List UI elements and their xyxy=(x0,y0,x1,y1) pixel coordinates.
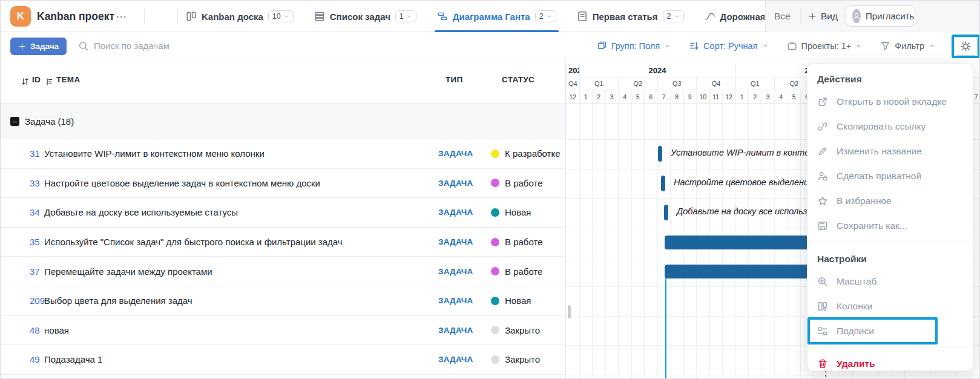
task-id[interactable]: 48 xyxy=(30,316,40,345)
settings-gear-button[interactable] xyxy=(954,37,978,56)
divider xyxy=(177,8,178,24)
task-title[interactable]: новая xyxy=(44,316,69,345)
tab-counter-badge[interactable]: 2 xyxy=(535,10,556,22)
table-row[interactable]: 33Настройте цветовое выделение задач в к… xyxy=(1,169,565,199)
tab-counter-badge[interactable]: 2 xyxy=(663,10,684,22)
menu-item-delete[interactable]: Удалить xyxy=(807,351,973,371)
table-row[interactable]: 49Подазадача 1ЗАДАЧАЗакрыто xyxy=(1,345,565,375)
tab-task-list[interactable]: Список задач1 xyxy=(314,1,416,32)
task-status: Закрыто xyxy=(491,316,540,345)
menu-item-captions[interactable]: Подписи xyxy=(807,318,973,343)
gantt-year-label: 2024 xyxy=(579,64,735,77)
table-row[interactable]: 31Установите WIP-лимит в контекстном мен… xyxy=(1,139,565,169)
field-icon xyxy=(45,77,54,86)
filter-control[interactable]: Фильтр xyxy=(880,41,935,51)
task-title[interactable]: Настройте цветовое выделение задач в кон… xyxy=(44,169,320,198)
task-status: Новая xyxy=(491,286,531,315)
search-input[interactable] xyxy=(93,36,286,54)
menu-item-rename[interactable]: Изменить название xyxy=(807,139,973,163)
collapse-group-icon[interactable]: – xyxy=(10,117,19,126)
group-row[interactable]: – Задача (18) xyxy=(1,104,565,139)
menu-item-columns[interactable]: Колонки xyxy=(807,294,973,318)
tab-article[interactable]: Первая статья2 xyxy=(577,1,684,32)
tab-counter-badge[interactable]: 1 xyxy=(395,10,416,22)
plus-icon xyxy=(18,42,26,50)
all-views-button[interactable]: Все xyxy=(774,1,791,32)
gantt-gridline xyxy=(618,104,619,379)
tab-roadmap[interactable]: Дорожная карта xyxy=(705,1,765,32)
sort-rows-icon[interactable] xyxy=(21,77,30,86)
gantt-milestone-34[interactable] xyxy=(664,205,668,220)
table-row[interactable]: 34Добавьте на доску все используемые ста… xyxy=(1,198,565,228)
task-id[interactable]: 49 xyxy=(30,345,40,374)
projects-control[interactable]: Проекты: 1+ xyxy=(787,41,863,51)
gantt-scrollbar-thumb[interactable] xyxy=(568,305,571,318)
briefcase-icon xyxy=(787,41,797,51)
gantt-gridline xyxy=(631,104,632,379)
funnel-icon xyxy=(880,41,890,51)
table-row[interactable]: 35Используйте "Список задач" для быстрог… xyxy=(1,228,565,257)
menu-item-label: Подписи xyxy=(837,326,874,337)
chevron-down-icon xyxy=(546,13,552,19)
task-title[interactable]: Добавьте на доску все используемые стату… xyxy=(44,198,238,227)
gantt-connector-line xyxy=(665,278,666,379)
gantt-gridline xyxy=(579,104,580,379)
plus-icon xyxy=(808,12,817,21)
task-id[interactable]: 34 xyxy=(30,198,40,227)
column-header-type[interactable]: ТИП xyxy=(446,75,463,84)
task-type-badge: ЗАДАЧА xyxy=(438,286,473,315)
sort-control[interactable]: Сорт: Ручная xyxy=(689,41,768,51)
column-header-id[interactable]: ID xyxy=(32,75,41,84)
gantt-milestone-33[interactable] xyxy=(661,176,665,191)
badge-count: 10 xyxy=(272,12,281,21)
task-id[interactable]: 35 xyxy=(30,228,40,257)
menu-item-label: Открыть в новой вкладке xyxy=(837,96,947,107)
top-right-section: Все Вид Пригласить xyxy=(765,1,980,32)
gantt-month-label: 11 xyxy=(709,90,723,103)
tab-counter-badge[interactable]: 10 xyxy=(268,10,294,22)
gantt-milestone-31[interactable] xyxy=(658,146,662,162)
menu-item-label: Масштаб xyxy=(837,276,876,287)
project-logo[interactable]: K xyxy=(10,6,31,27)
project-more-menu[interactable]: ⋯ xyxy=(116,1,128,32)
external-icon xyxy=(817,96,828,107)
menu-item-scale[interactable]: Масштаб xyxy=(807,269,973,294)
gantt-gridline xyxy=(644,104,645,379)
gantt-month-label: 9 xyxy=(683,90,697,103)
tab-label: Список задач xyxy=(330,12,390,22)
task-title[interactable]: Установите WIP-лимит в контекстном меню … xyxy=(44,139,265,168)
menu-item-favorite[interactable]: В избранное xyxy=(807,188,973,213)
task-title[interactable]: Используйте "Список задач" для быстрого … xyxy=(44,228,343,257)
menu-section-header: Действия xyxy=(807,66,973,89)
column-header-theme[interactable]: ТЕМА xyxy=(56,75,80,84)
status-dot xyxy=(491,355,499,364)
menu-item-save-as[interactable]: Сохранить как... xyxy=(807,213,973,238)
table-row[interactable]: 37Перемещайте задачи между проектамиЗАДА… xyxy=(1,257,565,286)
task-type-badge: ЗАДАЧА xyxy=(438,228,473,257)
menu-item-make-private[interactable]: Сделать приватной xyxy=(807,163,973,188)
save-icon xyxy=(817,220,828,231)
group-control[interactable]: Групп: Поля xyxy=(597,41,671,51)
task-title[interactable]: Подазадача 1 xyxy=(44,345,102,374)
menu-item-label: Изменить название xyxy=(837,146,922,157)
gear-icon xyxy=(960,41,972,52)
table-row[interactable]: 209Выбор цвета для выделения задачЗАДАЧА… xyxy=(1,286,565,316)
list-icon xyxy=(314,11,325,22)
tab-kanban-board[interactable]: Kanban доска10 xyxy=(186,1,294,32)
task-id[interactable]: 31 xyxy=(30,139,40,168)
add-task-button[interactable]: Задача xyxy=(10,38,67,55)
task-id[interactable]: 209 xyxy=(30,286,45,315)
task-id[interactable]: 33 xyxy=(30,169,40,198)
menu-item-open-new-tab[interactable]: Открыть в новой вкладке xyxy=(807,89,973,114)
task-title[interactable]: Выбор цвета для выделения задач xyxy=(44,286,192,315)
task-id[interactable]: 37 xyxy=(30,257,40,286)
menu-item-copy-link[interactable]: Скопировать ссылку xyxy=(807,114,973,139)
add-view-button[interactable]: Вид xyxy=(808,1,838,32)
group-label: Задача (18) xyxy=(25,104,74,139)
task-title[interactable]: Перемещайте задачи между проектами xyxy=(44,257,212,286)
table-row[interactable]: 48новаяЗАДАЧАЗакрыто xyxy=(1,316,565,346)
tab-gantt[interactable]: Диаграмма Ганта2 xyxy=(437,1,556,32)
invite-button[interactable]: Пригласить xyxy=(846,5,915,27)
task-type-badge: ЗАДАЧА xyxy=(438,257,473,286)
column-header-status[interactable]: СТАТУС xyxy=(502,75,534,84)
